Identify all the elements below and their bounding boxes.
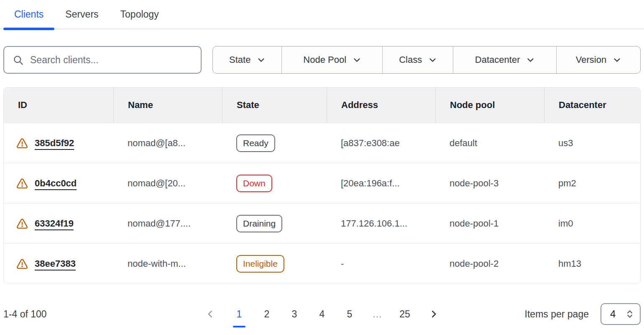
filter-class[interactable]: Class: [382, 46, 453, 73]
warning-icon: [16, 178, 28, 189]
state-badge: Ready: [236, 134, 275, 152]
cell-datacenter: im0: [544, 204, 640, 243]
next-page-button[interactable]: [424, 304, 443, 324]
table-row: 38ee7383 node-with-m... Ineligible - nod…: [4, 243, 640, 283]
chevron-down-icon: [613, 56, 621, 64]
cell-state: Ineligible: [222, 244, 327, 283]
chevron-down-icon: [429, 56, 437, 64]
cell-address: -: [327, 244, 435, 283]
filter-group: State Node Pool Class Datacenter: [212, 46, 641, 74]
tab-servers[interactable]: Servers: [54, 0, 109, 28]
cell-state: Ready: [222, 123, 327, 163]
cell-id: 385d5f92: [4, 123, 113, 163]
previous-page-button[interactable]: [201, 304, 220, 324]
column-header-address: Address: [327, 88, 435, 123]
cell-state: Draining: [222, 204, 327, 243]
filter-datacenter-label: Datacenter: [475, 54, 520, 65]
cell-name: nomad@[20...: [113, 163, 222, 203]
cell-name: nomad@[a8...: [113, 123, 222, 163]
tab-bar: Clients Servers Topology: [0, 0, 644, 29]
page-list: 12345…25: [225, 304, 419, 324]
cell-id: 38ee7383: [4, 244, 113, 283]
toolbar: State Node Pool Class Datacenter: [3, 46, 641, 74]
cell-name: nomad@177....: [113, 204, 222, 243]
page-number[interactable]: 1: [232, 304, 246, 324]
chevron-down-icon: [526, 56, 534, 64]
cell-address: 177.126.106.1...: [327, 204, 435, 243]
cell-datacenter: us3: [544, 123, 640, 163]
items-per-page-zone: Items per page 4: [449, 303, 641, 325]
warning-icon: [16, 137, 28, 149]
cell-address: [a837:e308:ae: [327, 123, 435, 163]
chevron-down-icon: [257, 56, 265, 64]
filter-version[interactable]: Version: [556, 46, 640, 73]
pagination-bar: 1-4 of 100 12345…25 Items per page 4: [3, 303, 641, 325]
cell-node-pool: node-pool-3: [435, 163, 544, 203]
page-number[interactable]: 3: [287, 304, 302, 324]
items-per-page-value: 4: [610, 308, 616, 320]
filter-node-pool-label: Node Pool: [303, 54, 346, 65]
warning-icon: [16, 218, 28, 229]
table-row: 0b4cc0cd nomad@[20... Down [20ea:196a:f.…: [4, 163, 640, 203]
warning-icon: [16, 258, 28, 270]
page-number[interactable]: 2: [260, 304, 274, 324]
cell-datacenter: pm2: [544, 163, 640, 203]
chevron-right-icon: [429, 309, 438, 319]
state-badge: Down: [236, 175, 272, 192]
search-input[interactable]: [30, 54, 197, 66]
column-header-datacenter: Datacenter: [544, 88, 640, 123]
clients-table: ID Name State Address Node pool Datacent…: [3, 87, 641, 284]
column-header-id: ID: [4, 88, 113, 123]
filter-datacenter[interactable]: Datacenter: [453, 46, 556, 73]
pager: 12345…25: [195, 304, 449, 324]
items-per-page-label: Items per page: [525, 309, 589, 320]
table-row: 385d5f92 nomad@[a8... Ready [a837:e308:a…: [4, 123, 640, 163]
client-id-link[interactable]: 38ee7383: [35, 258, 76, 269]
table-header: ID Name State Address Node pool Datacent…: [4, 88, 640, 123]
page-number[interactable]: 5: [342, 304, 357, 324]
pagination-summary: 1-4 of 100: [3, 309, 195, 320]
tab-topology[interactable]: Topology: [110, 0, 170, 28]
cell-node-pool: node-pool-1: [435, 204, 544, 243]
table-row: 63324f19 nomad@177.... Draining 177.126.…: [4, 203, 640, 243]
column-header-node-pool: Node pool: [435, 88, 544, 123]
column-header-state: State: [222, 88, 327, 123]
cell-state: Down: [222, 163, 327, 203]
search-icon: [13, 54, 24, 66]
client-id-link[interactable]: 0b4cc0cd: [35, 178, 77, 189]
filter-version-label: Version: [576, 54, 606, 65]
client-id-link[interactable]: 63324f19: [35, 218, 74, 229]
client-id-link[interactable]: 385d5f92: [35, 138, 74, 149]
items-per-page-select[interactable]: 4: [601, 303, 641, 325]
page-number[interactable]: 25: [398, 304, 412, 324]
cell-name: node-with-m...: [113, 244, 222, 283]
column-header-name: Name: [113, 88, 222, 123]
filter-node-pool[interactable]: Node Pool: [281, 46, 382, 73]
filter-state[interactable]: State: [213, 46, 281, 73]
filter-state-label: State: [229, 54, 250, 65]
cell-node-pool: node-pool-2: [435, 244, 544, 283]
page-number[interactable]: 4: [315, 304, 329, 324]
tab-clients[interactable]: Clients: [3, 0, 54, 28]
cell-node-pool: default: [435, 123, 544, 163]
cell-id: 63324f19: [4, 204, 113, 243]
chevron-down-icon: [353, 56, 361, 64]
search-box[interactable]: [3, 46, 202, 74]
cell-id: 0b4cc0cd: [4, 163, 113, 203]
chevron-left-icon: [206, 309, 215, 319]
page-ellipsis: …: [370, 304, 384, 324]
cell-datacenter: hm13: [544, 244, 640, 283]
caret-sort-icon: [625, 309, 634, 319]
state-badge: Ineligible: [236, 255, 284, 273]
cell-address: [20ea:196a:f...: [327, 163, 435, 203]
filter-class-label: Class: [399, 54, 422, 65]
table-body: 385d5f92 nomad@[a8... Ready [a837:e308:a…: [4, 123, 640, 283]
state-badge: Draining: [236, 215, 282, 232]
